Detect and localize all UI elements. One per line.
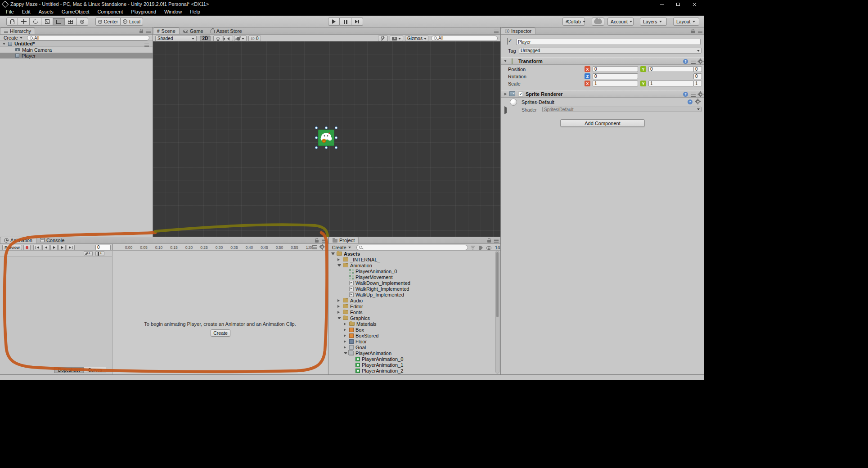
transform-scale-x-field[interactable]: 1 <box>593 81 638 86</box>
record-button[interactable] <box>23 245 31 250</box>
add-keyframe-button[interactable]: + <box>84 251 93 256</box>
transform-scale-extra-field[interactable]: 1 <box>693 81 702 86</box>
expand-arrow[interactable] <box>337 264 341 266</box>
gear-icon[interactable] <box>320 245 324 249</box>
presets-icon[interactable] <box>691 60 696 64</box>
tab-console[interactable]: Console <box>36 237 68 243</box>
project-item-playeranimation_2[interactable]: PlayerAnimation_2 <box>328 368 496 374</box>
resize-handle[interactable] <box>335 126 337 129</box>
player-sprite[interactable] <box>318 130 334 146</box>
scene-viewport[interactable] <box>153 41 500 237</box>
project-item-playeranimation_0[interactable]: PlayerAnimation_0 <box>328 268 496 274</box>
gameobject-name-field[interactable]: Player <box>516 39 701 45</box>
rotate-tool-button[interactable] <box>30 18 41 26</box>
timeline-ruler[interactable]: 0:000:050:100:150:200:250:300:350:400:45… <box>112 244 328 251</box>
expand-arrow[interactable] <box>3 43 5 45</box>
project-item-graphics[interactable]: Graphics <box>328 315 496 321</box>
help-icon[interactable]: ? <box>683 59 688 64</box>
move-tool-button[interactable] <box>18 18 30 26</box>
create-animation-button[interactable]: Create <box>211 329 230 337</box>
project-item-boxstored[interactable]: BoxStored <box>328 333 496 338</box>
expand-arrow[interactable] <box>344 334 347 337</box>
tab-dopesheet[interactable]: Dopesheet <box>54 367 84 373</box>
transform-tool-button[interactable] <box>65 18 76 26</box>
2d-toggle-button[interactable]: 2D <box>200 36 211 41</box>
transform-rotation-extra-field[interactable]: 0 <box>693 73 702 79</box>
hierarchy-item-main-camera[interactable]: Main Camera <box>0 47 153 53</box>
anim-play-button[interactable] <box>50 245 58 250</box>
gear-icon[interactable] <box>698 59 702 63</box>
expand-arrow[interactable] <box>344 352 347 354</box>
lock-icon[interactable] <box>691 31 695 33</box>
tab-game[interactable]: Game <box>180 27 207 34</box>
scale-tool-button[interactable] <box>41 18 53 26</box>
project-item-walkright_implemented[interactable]: WalkRight_Implemented <box>328 286 496 292</box>
project-item-materials[interactable]: Materials <box>328 321 496 327</box>
help-icon[interactable]: ? <box>683 92 688 97</box>
project-item-_internal_[interactable]: _INTERNAL_ <box>328 256 496 262</box>
close-button[interactable] <box>686 0 702 8</box>
gear-icon[interactable] <box>696 99 700 104</box>
menu-component[interactable]: Component <box>93 8 127 15</box>
project-item-walkup_implemented[interactable]: WalkUp_Implemented <box>328 292 496 297</box>
hand-tool-button[interactable] <box>6 18 18 26</box>
transform-rotation-z-field[interactable]: 0 <box>593 73 638 79</box>
layout-dropdown[interactable]: Layout <box>673 18 699 26</box>
first-frame-button[interactable] <box>33 245 41 250</box>
account-dropdown[interactable]: Account <box>607 18 634 26</box>
panel-menu-icon[interactable] <box>698 30 702 33</box>
expand-arrow[interactable] <box>337 305 341 308</box>
scene-camera-dropdown[interactable] <box>390 36 403 41</box>
tab-hierarchy[interactable]: Hierarchy <box>0 27 35 34</box>
material-expand-arrow[interactable] <box>504 108 507 113</box>
help-icon[interactable]: ? <box>688 99 693 104</box>
project-item-walkdown_implemented[interactable]: WalkDown_Implemented <box>328 280 496 286</box>
expand-arrow[interactable] <box>504 93 507 95</box>
cloud-services-button[interactable] <box>592 18 604 26</box>
tab-scene[interactable]: Scene <box>153 27 180 34</box>
transform-scale-y-field[interactable]: 1 <box>648 81 694 86</box>
menu-window[interactable]: Window <box>160 8 186 15</box>
project-item-editor[interactable]: Editor <box>328 303 496 309</box>
audio-toggle-button[interactable] <box>223 36 233 41</box>
panel-menu-icon[interactable] <box>494 30 499 33</box>
maximize-button[interactable] <box>670 0 686 8</box>
resize-handle[interactable] <box>315 126 318 129</box>
project-item-audio[interactable]: Audio <box>328 297 496 303</box>
project-item-playeranimation[interactable]: PlayerAnimation <box>328 350 496 356</box>
minimize-button[interactable] <box>654 0 670 8</box>
scene-search-input[interactable]: All <box>431 36 498 41</box>
hierarchy-item-player[interactable]: Player <box>0 53 153 58</box>
gizmos-dropdown[interactable]: Gizmos <box>405 36 428 41</box>
resize-handle[interactable] <box>325 146 328 149</box>
project-item-playeranimation_1[interactable]: PlayerAnimation_1 <box>328 362 496 368</box>
tab-animation[interactable]: Animation <box>0 237 36 243</box>
expand-arrow[interactable] <box>337 317 341 319</box>
tag-dropdown[interactable]: Untagged <box>519 48 702 54</box>
shader-dropdown[interactable]: Sprites/Default <box>542 107 702 112</box>
expand-arrow[interactable] <box>344 340 347 343</box>
expand-arrow[interactable] <box>331 252 335 255</box>
layers-dropdown[interactable]: Layers <box>640 18 667 26</box>
resize-handle[interactable] <box>335 146 337 149</box>
lock-icon[interactable] <box>139 31 143 33</box>
hidden-objects-toggle[interactable]: ∅ 0 <box>248 36 261 41</box>
custom-tool-button[interactable] <box>76 18 88 26</box>
animation-property-pane[interactable] <box>0 256 112 374</box>
expand-arrow[interactable] <box>344 346 347 349</box>
transform-position-extra-field[interactable]: 0 <box>693 66 702 72</box>
menu-edit[interactable]: Edit <box>18 8 35 15</box>
presets-icon[interactable] <box>691 93 696 97</box>
transform-header[interactable]: Transform ? <box>501 57 704 65</box>
collab-dropdown[interactable]: Collab <box>562 18 585 26</box>
project-item-goal[interactable]: Goal <box>328 344 496 350</box>
project-item-playermovement[interactable]: PlayerMovement <box>328 274 496 280</box>
expand-arrow[interactable] <box>344 328 347 331</box>
lighting-toggle-button[interactable] <box>213 36 222 41</box>
panel-menu-icon[interactable] <box>146 30 151 33</box>
preview-toggle-button[interactable]: Preview <box>2 245 22 250</box>
frame-field[interactable]: 0 <box>95 245 111 250</box>
hierarchy-search-input[interactable]: All <box>27 35 149 40</box>
menu-playground[interactable]: Playground <box>127 8 160 15</box>
sprite-renderer-header[interactable]: Sprite Renderer ? <box>501 90 704 98</box>
